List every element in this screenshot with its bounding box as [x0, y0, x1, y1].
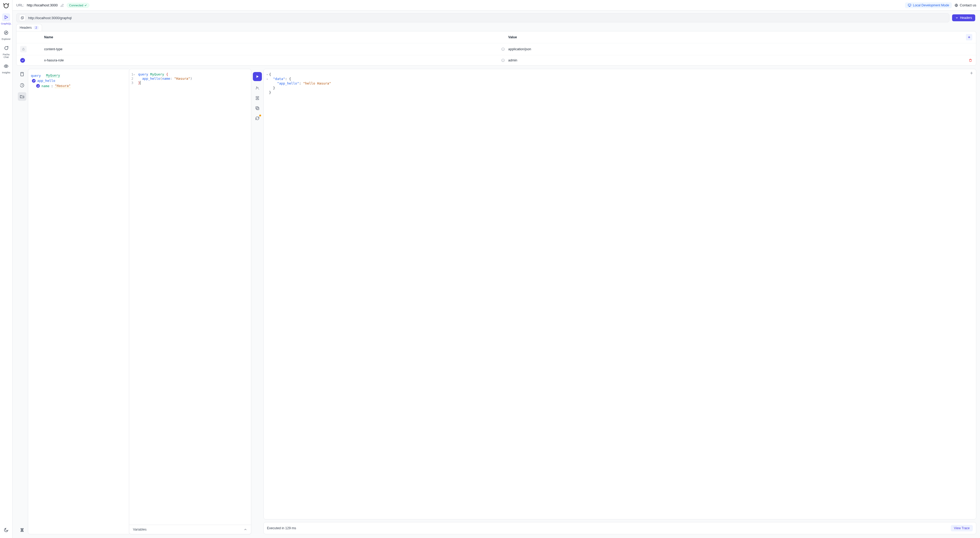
explorer-pane: query MyQuery app_hello name: "Hasura"	[28, 69, 129, 534]
sidebar-item-graphiql[interactable]: GraphiQL	[0, 11, 12, 27]
header-value[interactable]: application/json	[508, 47, 962, 51]
local-dev-mode-badge[interactable]: Local Development Mode	[905, 2, 952, 8]
tok: {	[166, 72, 168, 76]
sidebar-label: GraphiQL	[1, 22, 11, 25]
tok: "app_hello"	[277, 81, 299, 85]
header-row: content-type application/json	[16, 43, 976, 55]
tok: {	[289, 77, 291, 81]
url-label: URL:	[16, 3, 24, 7]
tok	[269, 86, 273, 90]
explorer-field[interactable]: app_hello	[37, 79, 55, 83]
tok: "Hasura"	[174, 76, 190, 81]
chat-icon	[2, 44, 10, 52]
folder-icon[interactable]	[18, 92, 26, 101]
tok	[269, 81, 277, 85]
line-number: 1	[131, 72, 134, 76]
fold-icon[interactable]: ▾	[134, 73, 136, 76]
svg-marker-3	[6, 32, 7, 33]
tok	[138, 76, 142, 81]
tok: }	[269, 91, 271, 94]
contact-label: Contact us	[960, 3, 976, 7]
tok: "data"	[273, 77, 285, 81]
keyboard-shortcuts-icon[interactable]	[18, 526, 26, 534]
svg-rect-12	[21, 72, 24, 76]
delete-header-button[interactable]	[962, 59, 972, 62]
chevron-up-icon	[243, 528, 247, 532]
query-editor[interactable]: 1▾ 2 3 query MyQuery { app_hello(name: "…	[129, 69, 251, 525]
tok: name	[162, 76, 170, 81]
result-pane[interactable]: ▾{ ▾ "data": { "app_hello": "hello Hasur…	[264, 69, 976, 519]
refresh-icon[interactable]	[254, 115, 261, 121]
info-icon[interactable]	[498, 47, 508, 51]
docs-icon[interactable]	[18, 70, 26, 78]
add-tab-button[interactable]	[970, 71, 974, 75]
svg-point-4	[6, 66, 7, 67]
header-name[interactable]: x-hasura-role	[44, 59, 498, 62]
svg-marker-1	[5, 16, 8, 19]
eye-icon	[2, 62, 10, 70]
theme-toggle-icon[interactable]	[2, 526, 10, 534]
headers-button[interactable]: Headers	[952, 14, 975, 21]
sidebar-label: Explorer	[2, 38, 11, 40]
cursor	[140, 81, 140, 85]
fold-icon[interactable]: ▾	[266, 78, 269, 81]
history-icon[interactable]	[18, 81, 26, 89]
explorer-query-kw: query	[31, 74, 41, 78]
svg-rect-15	[256, 99, 259, 100]
sidebar-label: Insights	[2, 71, 10, 74]
tab-headers[interactable]: Headers 2	[16, 24, 42, 31]
workbench: query MyQuery app_hello name: "Hasura"	[13, 66, 980, 538]
edit-url-icon[interactable]	[60, 3, 64, 7]
connected-label: Connected	[69, 4, 83, 7]
copy-icon[interactable]	[254, 105, 261, 111]
checkbox-checked-icon[interactable]	[36, 84, 40, 88]
tab-label: Headers	[20, 26, 32, 30]
main: URL: http://localhost:3000 Connected Loc…	[13, 0, 980, 538]
col-header-value: Value	[508, 35, 962, 39]
header-name[interactable]: content-type	[44, 47, 498, 51]
tok: (	[160, 76, 162, 81]
view-trace-button[interactable]: View Trace	[951, 525, 973, 532]
tok: }	[138, 81, 140, 85]
svg-rect-17	[256, 107, 258, 109]
topbar: URL: http://localhost:3000 Connected Loc…	[13, 0, 980, 11]
checkbox-checked-icon[interactable]	[32, 79, 36, 83]
sidebar-item-insights[interactable]: Insights	[0, 60, 12, 75]
sidebar-item-pacha-chat[interactable]: Pacha Chat	[0, 42, 12, 60]
svg-rect-5	[908, 4, 911, 6]
monitor-icon	[908, 3, 912, 7]
add-header-button[interactable]	[966, 34, 972, 40]
clipboard-icon[interactable]	[19, 14, 25, 21]
explorer-arg-value[interactable]: "Hasura"	[55, 84, 71, 88]
header-value[interactable]: admin	[508, 59, 962, 62]
editor-actions	[251, 69, 264, 534]
logo-icon	[3, 2, 9, 8]
play-icon	[2, 13, 10, 21]
explorer-query-name[interactable]: MyQuery	[46, 73, 60, 78]
headers-count-badge: 2	[34, 26, 38, 30]
explorer-arg-name[interactable]: name	[41, 84, 49, 88]
line-number: 2	[131, 76, 134, 81]
variables-label: Variables	[133, 528, 146, 532]
svg-rect-8	[21, 17, 23, 19]
run-query-button[interactable]	[253, 72, 262, 81]
tok: {	[269, 72, 271, 76]
merge-icon[interactable]	[254, 95, 261, 101]
headers-panel: Headers 2 Name Value content-type	[13, 24, 980, 66]
result-footer: Executed in 129 ms View Trace	[264, 522, 976, 534]
checkbox-checked-icon[interactable]	[20, 58, 25, 63]
result-column: ▾{ ▾ "data": { "app_hello": "hello Hasur…	[264, 69, 976, 534]
info-icon[interactable]	[498, 59, 508, 62]
svg-rect-14	[256, 97, 259, 97]
fold-icon[interactable]: ▾	[266, 73, 269, 76]
editor-pane: 1▾ 2 3 query MyQuery { app_hello(name: "…	[129, 69, 251, 534]
contact-us-link[interactable]: Contact us	[955, 3, 976, 7]
tok: query	[138, 72, 150, 76]
svg-rect-9	[22, 49, 24, 51]
prettify-icon[interactable]	[254, 85, 261, 91]
sidebar-item-explorer[interactable]: Explorer	[0, 27, 12, 42]
tok: app_hello	[142, 76, 160, 81]
variables-toggle[interactable]: Variables	[129, 525, 251, 534]
chevron-down-icon	[955, 16, 958, 19]
endpoint-input[interactable]: http://localhost:3000/graphql	[16, 13, 950, 22]
